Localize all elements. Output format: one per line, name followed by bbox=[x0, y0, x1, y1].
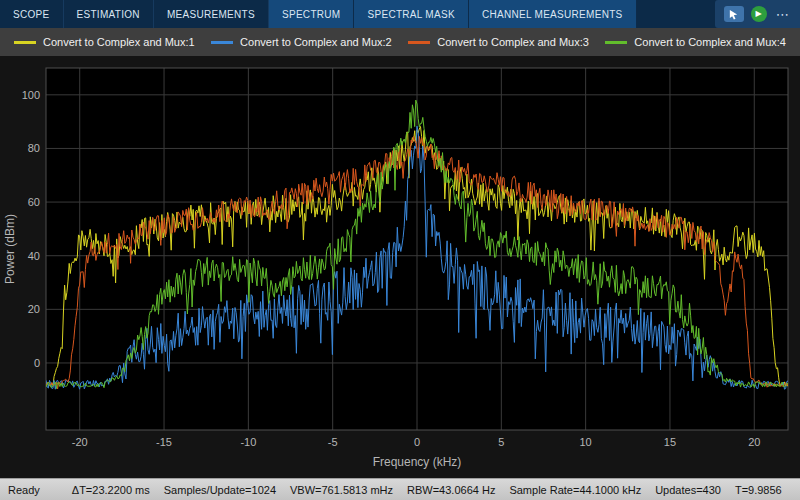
legend-label: Convert to Complex and Mux:2 bbox=[240, 36, 392, 48]
svg-text:100: 100 bbox=[22, 89, 40, 101]
svg-text:80: 80 bbox=[28, 142, 40, 154]
tab-channel-measurements[interactable]: CHANNEL MEASUREMENTS bbox=[469, 0, 637, 28]
pointer-badge-icon[interactable] bbox=[724, 6, 744, 22]
spectrum-analyzer-window: SCOPE ESTIMATION MEASUREMENTS SPECTRUM S… bbox=[0, 0, 800, 500]
svg-text:-15: -15 bbox=[156, 436, 172, 448]
legend-item-mux1[interactable]: Convert to Complex and Mux:1 bbox=[14, 36, 195, 48]
status-updates: Updates=430 bbox=[655, 484, 721, 496]
svg-text:20: 20 bbox=[28, 303, 40, 315]
svg-text:-10: -10 bbox=[240, 436, 256, 448]
legend-item-mux2[interactable]: Convert to Complex and Mux:2 bbox=[211, 36, 392, 48]
legend-item-mux3[interactable]: Convert to Complex and Mux:3 bbox=[408, 36, 589, 48]
svg-text:-5: -5 bbox=[328, 436, 338, 448]
figure-area: -20-15-10-505101520020406080100Frequency… bbox=[0, 56, 800, 478]
legend-bar: Convert to Complex and Mux:1 Convert to … bbox=[0, 28, 800, 56]
run-play-icon[interactable]: ▶ bbox=[751, 6, 767, 22]
legend-line-swatch bbox=[605, 41, 627, 44]
toolbar-icon-group: ▶ ⋯ bbox=[715, 0, 800, 28]
legend-line-swatch bbox=[14, 41, 36, 44]
pointer-icon bbox=[728, 9, 739, 20]
legend-item-mux4[interactable]: Convert to Complex and Mux:4 bbox=[605, 36, 786, 48]
svg-text:5: 5 bbox=[498, 436, 504, 448]
tab-estimation[interactable]: ESTIMATION bbox=[64, 0, 154, 28]
status-rbw: RBW=43.0664 Hz bbox=[407, 484, 495, 496]
svg-text:Power (dBm): Power (dBm) bbox=[3, 214, 17, 284]
status-stats: ΔT=23.2200 ms Samples/Update=1024 VBW=76… bbox=[72, 484, 782, 496]
legend-label: Convert to Complex and Mux:4 bbox=[634, 36, 786, 48]
tab-bar: SCOPE ESTIMATION MEASUREMENTS SPECTRUM S… bbox=[0, 0, 800, 28]
tab-spectrum[interactable]: SPECTRUM bbox=[269, 0, 355, 28]
svg-text:Frequency (kHz): Frequency (kHz) bbox=[373, 455, 462, 469]
status-bar: Ready ΔT=23.2200 ms Samples/Update=1024 … bbox=[0, 478, 800, 500]
svg-text:20: 20 bbox=[748, 436, 760, 448]
spectrum-plot[interactable]: -20-15-10-505101520020406080100Frequency… bbox=[0, 56, 800, 478]
svg-text:60: 60 bbox=[28, 196, 40, 208]
svg-text:0: 0 bbox=[414, 436, 420, 448]
svg-text:-20: -20 bbox=[72, 436, 88, 448]
svg-text:0: 0 bbox=[34, 357, 40, 369]
tab-scope[interactable]: SCOPE bbox=[0, 0, 64, 28]
status-sample-rate: Sample Rate=44.1000 kHz bbox=[509, 484, 641, 496]
legend-label: Convert to Complex and Mux:1 bbox=[43, 36, 195, 48]
status-ready: Ready bbox=[8, 484, 40, 496]
legend-line-swatch bbox=[408, 41, 430, 44]
legend-line-swatch bbox=[211, 41, 233, 44]
tab-measurements[interactable]: MEASUREMENTS bbox=[154, 0, 269, 28]
svg-text:40: 40 bbox=[28, 250, 40, 262]
svg-text:15: 15 bbox=[664, 436, 676, 448]
svg-text:10: 10 bbox=[580, 436, 592, 448]
status-vbw: VBW=761.5813 mHz bbox=[290, 484, 393, 496]
legend-label: Convert to Complex and Mux:3 bbox=[437, 36, 589, 48]
tab-spectral-mask[interactable]: SPECTRAL MASK bbox=[354, 0, 468, 28]
status-delta-t: ΔT=23.2200 ms bbox=[72, 484, 150, 496]
status-samples-per-update: Samples/Update=1024 bbox=[164, 484, 276, 496]
more-options-icon[interactable]: ⋯ bbox=[774, 8, 791, 21]
status-time: T=9.9856 bbox=[735, 484, 782, 496]
